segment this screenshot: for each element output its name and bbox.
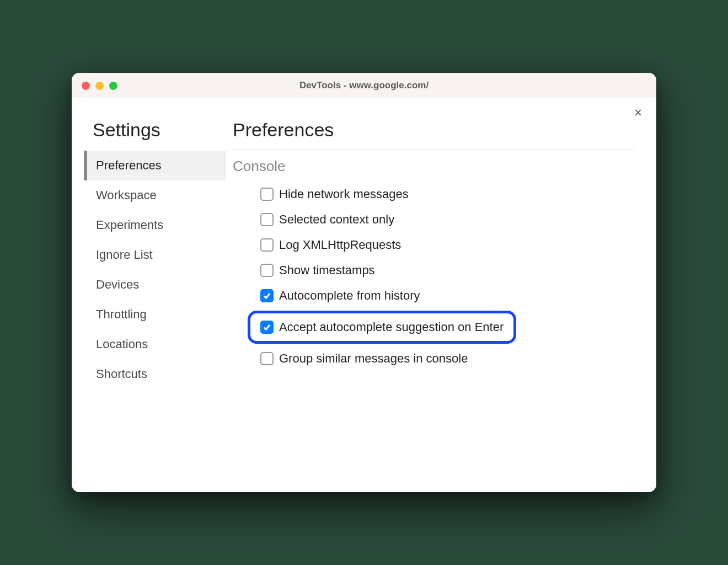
option-label: Autocomplete from history (279, 289, 420, 303)
option-hide-network-messages[interactable]: Hide network messages (260, 187, 634, 201)
divider (233, 150, 634, 150)
option-show-timestamps[interactable]: Show timestamps (260, 263, 634, 278)
sidebar-item-preferences[interactable]: Preferences (84, 151, 226, 180)
traffic-lights (82, 82, 117, 90)
checkbox[interactable] (260, 238, 274, 252)
maximize-window-button[interactable] (109, 82, 117, 90)
window-title: DevTools - www.google.com/ (72, 80, 656, 91)
option-label: Show timestamps (279, 263, 375, 278)
option-label: Accept autocomplete suggestion on Enter (279, 320, 504, 334)
content-area: × Settings PreferencesWorkspaceExperimen… (72, 98, 656, 492)
sidebar-heading: Settings (87, 119, 226, 141)
sidebar-item-ignore-list[interactable]: Ignore List (84, 240, 226, 270)
close-settings-button[interactable]: × (634, 106, 642, 119)
close-window-button[interactable] (82, 82, 90, 90)
checkbox[interactable] (260, 289, 274, 302)
titlebar: DevTools - www.google.com/ (72, 73, 656, 98)
checkbox[interactable] (260, 213, 274, 226)
minimize-window-button[interactable] (95, 82, 104, 90)
sidebar-item-shortcuts[interactable]: Shortcuts (84, 359, 226, 389)
option-selected-context-only[interactable]: Selected context only (260, 212, 634, 227)
option-log-xmlhttprequests[interactable]: Log XMLHttpRequests (260, 238, 634, 252)
option-label: Log XMLHttpRequests (279, 238, 401, 252)
option-group-similar-messages-in-console[interactable]: Group similar messages in console (260, 351, 634, 366)
checkbox[interactable] (260, 352, 274, 365)
option-label: Selected context only (279, 212, 394, 227)
checkbox[interactable] (260, 321, 274, 334)
option-label: Hide network messages (279, 187, 409, 201)
sidebar-item-devices[interactable]: Devices (84, 270, 226, 300)
option-autocomplete-from-history[interactable]: Autocomplete from history (260, 289, 634, 303)
settings-main-panel: Preferences Console Hide network message… (226, 109, 656, 492)
sidebar-item-experiments[interactable]: Experiments (84, 210, 226, 240)
checkbox[interactable] (260, 188, 274, 201)
main-heading: Preferences (233, 119, 634, 141)
sidebar-item-workspace[interactable]: Workspace (84, 180, 226, 210)
sidebar-item-locations[interactable]: Locations (84, 329, 226, 359)
checkbox[interactable] (260, 264, 274, 277)
section-title: Console (233, 158, 634, 175)
sidebar-item-throttling[interactable]: Throttling (84, 300, 226, 329)
devtools-settings-window: DevTools - www.google.com/ × Settings Pr… (72, 73, 656, 492)
settings-sidebar: Settings PreferencesWorkspaceExperiments… (72, 109, 226, 492)
option-accept-autocomplete-suggestion-on-enter[interactable]: Accept autocomplete suggestion on Enter (248, 311, 516, 344)
option-label: Group similar messages in console (279, 351, 468, 366)
